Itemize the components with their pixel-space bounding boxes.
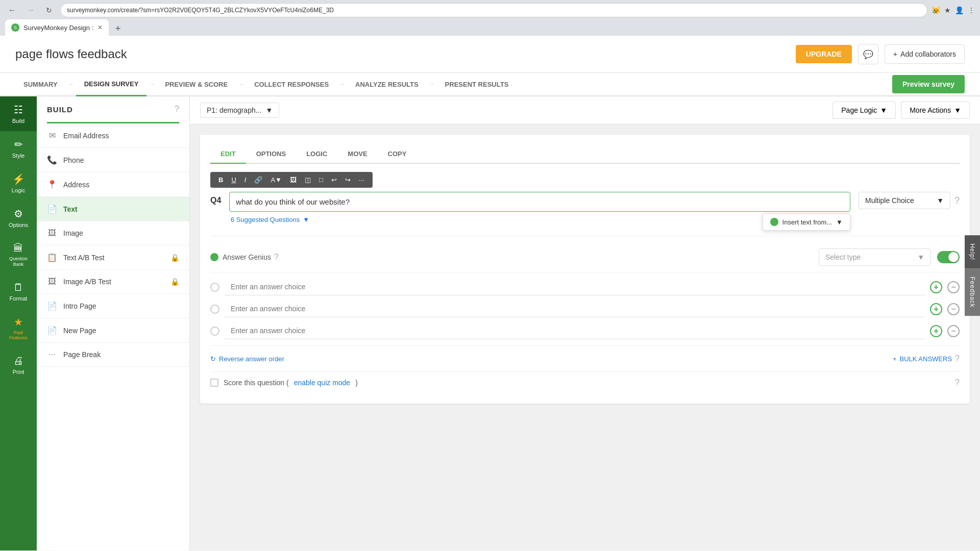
page-selector[interactable]: P1: demograph... ▼ xyxy=(200,103,279,118)
q-tab-copy[interactable]: COPY xyxy=(378,145,417,163)
build-item-email[interactable]: ✉ Email Address xyxy=(37,123,189,148)
build-item-new-page[interactable]: 📄 New Page xyxy=(37,318,189,343)
browser-back-btn[interactable]: ← xyxy=(5,3,19,17)
score-link[interactable]: enable quiz mode xyxy=(294,379,351,387)
sidebar-logic-label: Logic xyxy=(12,187,25,193)
question-input-area: Insert text from... ▼ xyxy=(229,192,850,212)
answer-input-1[interactable] xyxy=(225,279,925,295)
star-icon[interactable]: ★ xyxy=(944,6,951,14)
remove-btn-2[interactable]: − xyxy=(947,303,960,315)
build-item-image-ab[interactable]: 🖼 Image A/B Test 🔒 xyxy=(37,270,189,294)
add-btn-2[interactable]: + xyxy=(930,303,942,315)
format-icon: 🗒 xyxy=(13,282,23,293)
sidebar-item-print[interactable]: 🖨 Print xyxy=(0,348,37,382)
build-item-address[interactable]: 📍 Address xyxy=(37,172,189,197)
build-item-page-break[interactable]: ··· Page Break xyxy=(37,343,189,367)
url-bar[interactable]: surveymonkey.com/create/?sm=rsYO2R2V0EQO… xyxy=(60,3,927,17)
sidebar-item-question-bank[interactable]: 🏛 Question Bank xyxy=(0,235,37,274)
build-item-phone[interactable]: 📞 Phone xyxy=(37,148,189,172)
more-actions-button[interactable]: More Actions ▼ xyxy=(901,102,970,119)
fmt-undo-button[interactable]: ↩ xyxy=(328,175,340,185)
browser-tab[interactable]: S SurveyMonkey Design : ✕ xyxy=(5,19,109,36)
fmt-underline-button[interactable]: U xyxy=(228,175,239,185)
build-help-icon[interactable]: ? xyxy=(175,105,179,114)
toolbar-right-actions: Page Logic ▼ More Actions ▼ xyxy=(832,102,970,119)
tab-arrow-3: → xyxy=(236,81,246,88)
menu-icon[interactable]: ⋮ xyxy=(968,6,975,14)
sidebar-build-label: Build xyxy=(12,118,24,124)
sidebar-item-options[interactable]: ⚙ Options xyxy=(0,201,37,235)
insert-text-popup[interactable]: Insert text from... ▼ xyxy=(763,213,850,231)
build-title: BUILD xyxy=(47,105,73,114)
bulk-answers-btn[interactable]: + BULK ANSWERS ? xyxy=(893,354,960,363)
feedback-button[interactable]: Feedback xyxy=(965,268,980,316)
add-btn-3[interactable]: + xyxy=(930,325,942,337)
new-page-label: New Page xyxy=(63,327,179,335)
remove-btn-1[interactable]: − xyxy=(947,281,960,293)
browser-forward-btn[interactable]: → xyxy=(23,3,38,17)
tab-summary[interactable]: SUMMARY xyxy=(15,73,66,95)
answer-input-2[interactable] xyxy=(225,300,925,317)
add-collaborators-button[interactable]: + Add collaborators xyxy=(885,44,965,64)
sidebar-item-paid[interactable]: ★ Paid Features xyxy=(0,309,37,348)
q-tab-logic[interactable]: LOGIC xyxy=(296,145,337,163)
preview-survey-button[interactable]: Preview survey xyxy=(892,75,965,93)
build-item-text-ab[interactable]: 📋 Text A/B Test 🔒 xyxy=(37,245,189,270)
select-type-dropdown[interactable]: Select type ▼ xyxy=(819,248,931,266)
answer-section: Answer Genius ? Select type ▼ + xyxy=(210,236,960,393)
score-checkbox[interactable] xyxy=(210,379,218,387)
toggle-switch[interactable] xyxy=(937,251,960,263)
question-text-input[interactable] xyxy=(229,192,850,212)
remove-btn-3[interactable]: − xyxy=(947,325,960,337)
fmt-box-button[interactable]: □ xyxy=(316,175,326,185)
radio-btn-2[interactable] xyxy=(210,305,219,314)
tab-arrow-5: → xyxy=(427,81,437,88)
fmt-image-button[interactable]: 🖼 xyxy=(287,175,300,185)
page-logic-button[interactable]: Page Logic ▼ xyxy=(832,102,896,119)
fmt-redo-button[interactable]: ↪ xyxy=(342,175,354,185)
answer-genius-help-icon[interactable]: ? xyxy=(274,253,279,262)
help-button[interactable]: Help! xyxy=(965,235,980,268)
build-item-text[interactable]: 📄 Text xyxy=(37,197,189,221)
q-tab-options[interactable]: OPTIONS xyxy=(246,145,297,163)
fmt-link-button[interactable]: 🔗 xyxy=(251,175,265,185)
add-btn-1[interactable]: + xyxy=(930,281,942,293)
upgrade-button[interactable]: UPGRADE xyxy=(796,45,852,63)
radio-btn-3[interactable] xyxy=(210,327,219,336)
sidebar-item-logic[interactable]: ⚡ Logic xyxy=(0,166,37,201)
q-tab-edit[interactable]: EDIT xyxy=(210,145,246,164)
sidebar-item-style[interactable]: ✏ Style xyxy=(0,131,37,166)
tab-collect-responses[interactable]: COLLECT RESPONSES xyxy=(246,73,337,95)
fmt-table-button[interactable]: ◫ xyxy=(302,175,314,185)
reverse-order-btn[interactable]: ↻ Reverse answer order xyxy=(210,355,284,363)
bulk-answers-help-icon[interactable]: ? xyxy=(955,354,960,363)
radio-btn-1[interactable] xyxy=(210,283,219,292)
fmt-color-button[interactable]: A▼ xyxy=(267,175,285,185)
browser-refresh-btn[interactable]: ↻ xyxy=(42,3,56,17)
fmt-more-button[interactable]: ··· xyxy=(356,175,368,185)
answer-input-3[interactable] xyxy=(225,322,925,339)
score-help-icon[interactable]: ? xyxy=(955,378,960,387)
question-type-dropdown[interactable]: Multiple Choice ▼ xyxy=(859,192,950,209)
fmt-italic-button[interactable]: I xyxy=(241,175,250,185)
toggle-knob xyxy=(948,252,959,262)
page-break-label: Page Break xyxy=(63,350,179,359)
tab-analyze-results[interactable]: ANALYZE RESULTS xyxy=(347,73,427,95)
question-help-icon[interactable]: ? xyxy=(954,195,960,206)
sidebar-item-format[interactable]: 🗒 Format xyxy=(0,274,37,309)
question-bank-icon: 🏛 xyxy=(13,242,23,254)
tab-close-icon[interactable]: ✕ xyxy=(97,24,103,31)
build-item-intro[interactable]: 📄 Intro Page xyxy=(37,294,189,318)
comment-icon-button[interactable]: 💬 xyxy=(858,44,878,64)
new-tab-button[interactable]: + xyxy=(111,21,125,36)
q-tab-move[interactable]: MOVE xyxy=(337,145,377,163)
fmt-bold-button[interactable]: B xyxy=(215,175,226,185)
sidebar-qb-label: Question Bank xyxy=(4,256,33,267)
tab-present-results[interactable]: PRESENT RESULTS xyxy=(437,73,517,95)
tab-design-survey[interactable]: DESIGN SURVEY xyxy=(76,73,147,96)
tab-preview-score[interactable]: PREVIEW & SCORE xyxy=(157,73,236,95)
sidebar-item-build[interactable]: ☷ Build xyxy=(0,96,37,131)
text-label: Text xyxy=(63,205,179,213)
profile-icon[interactable]: 👤 xyxy=(955,6,964,14)
build-item-image[interactable]: 🖼 Image xyxy=(37,221,189,245)
